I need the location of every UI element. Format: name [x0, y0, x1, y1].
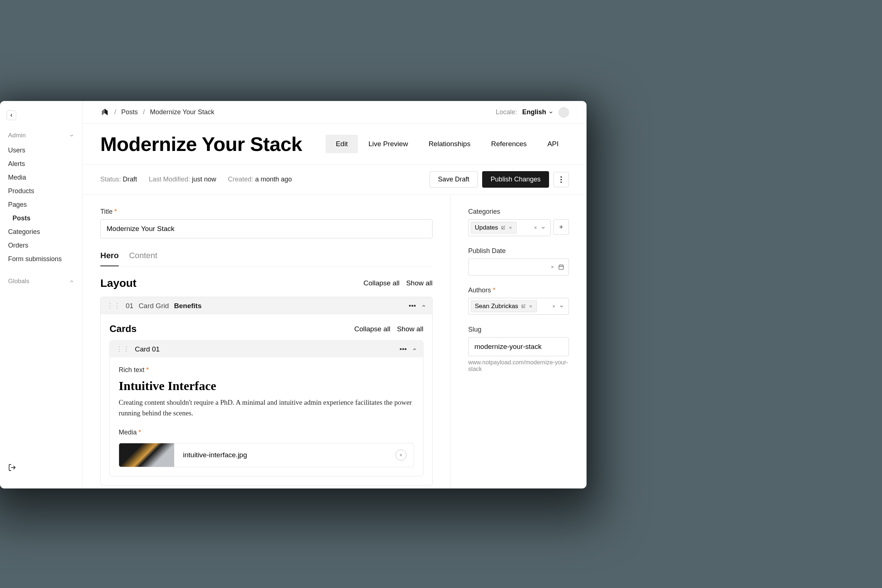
sidebar-item-alerts[interactable]: Alerts [0, 157, 82, 171]
sidebar-item-form-submissions[interactable]: Form submissions [0, 252, 82, 266]
slug-field: Slug www.notpayload.com/modernize-your-s… [468, 326, 569, 372]
content-side: Categories Updates [451, 195, 586, 489]
svg-rect-14 [559, 265, 563, 270]
calendar-icon[interactable] [558, 264, 564, 270]
drag-handle-icon[interactable]: ⋮⋮ [107, 302, 120, 310]
tab-live-preview[interactable]: Live Preview [358, 135, 418, 153]
clear-icon[interactable] [551, 304, 556, 309]
avatar[interactable] [559, 107, 569, 117]
card-more-button[interactable]: ••• [400, 345, 407, 353]
sidebar-section-label: Admin [8, 132, 26, 139]
add-category-button[interactable] [553, 219, 569, 235]
subtab-content[interactable]: Content [129, 251, 157, 266]
subtab-hero[interactable]: Hero [100, 251, 119, 266]
layout-block: ⋮⋮ 01 Card Grid Benefits ••• Cards [100, 297, 433, 486]
sidebar-collapse-button[interactable] [7, 111, 16, 120]
collapse-all-link[interactable]: Collapse all [364, 279, 400, 287]
publish-date-input[interactable] [468, 258, 569, 276]
authors-input[interactable]: Sean Zubrickas [468, 298, 569, 315]
locale-selector[interactable]: English [522, 108, 553, 116]
sidebar-item-posts[interactable]: Posts [0, 212, 82, 225]
sidebar-item-pages[interactable]: Pages [0, 198, 82, 212]
sidebar-item-media[interactable]: Media [0, 171, 82, 184]
main: / Posts / Modernize Your Stack Locale: E… [83, 101, 586, 489]
chevron-up-icon[interactable] [412, 347, 417, 352]
card-name: Card 01 [135, 345, 160, 353]
drag-handle-icon[interactable]: ⋮⋮ [116, 345, 130, 353]
meta-bar: Status: Draft Last Modified: just now Cr… [83, 164, 586, 195]
block-index: 01 [126, 302, 134, 310]
title-input[interactable] [100, 219, 433, 238]
close-icon[interactable] [508, 225, 513, 230]
sidebar-item-orders[interactable]: Orders [0, 239, 82, 252]
block-header[interactable]: ⋮⋮ 01 Card Grid Benefits ••• [101, 297, 432, 314]
richtext-editor[interactable]: Intuitive Interface Creating content sho… [119, 379, 414, 418]
clear-icon[interactable] [533, 225, 538, 230]
richtext-heading: Intuitive Interface [119, 379, 414, 393]
chevron-down-icon[interactable] [541, 225, 546, 230]
modified-value: just now [192, 176, 216, 183]
close-icon [399, 453, 403, 457]
title-field-label: Title * [100, 208, 433, 216]
svg-point-3 [560, 182, 562, 183]
save-draft-button[interactable]: Save Draft [430, 171, 478, 188]
slug-input[interactable] [468, 337, 569, 356]
chevron-up-icon[interactable] [421, 303, 426, 309]
chevron-down-icon[interactable] [559, 304, 564, 309]
media-remove-button[interactable] [395, 450, 406, 460]
close-icon[interactable] [529, 304, 533, 309]
card-header[interactable]: ⋮⋮ Card 01 ••• [110, 341, 423, 357]
title-row: Modernize Your Stack Edit Live Preview R… [83, 124, 586, 155]
authors-field: Authors * Sean Zubrickas [468, 286, 569, 315]
slug-url: www.notpayload.com/modernize-your-stack [468, 359, 569, 372]
breadcrumb-current: Modernize Your Stack [150, 108, 214, 116]
card-body: Rich text * Intuitive Interface Creating… [110, 357, 423, 476]
richtext-paragraph: Creating content shouldn't require a PhD… [119, 398, 414, 418]
clear-icon[interactable] [550, 265, 554, 269]
content-wrap: Title * Hero Content Layout Collapse all… [83, 195, 586, 489]
publish-date-label: Publish Date [468, 247, 569, 255]
tab-relationships[interactable]: Relationships [418, 135, 481, 153]
block-body: Cards Collapse all Show all ⋮⋮ Card 01 [101, 314, 432, 485]
tab-edit[interactable]: Edit [326, 135, 358, 153]
locale-value: English [522, 108, 546, 116]
sidebar-section-globals[interactable]: Globals [0, 266, 82, 290]
chip-label: Sean Zubrickas [475, 303, 518, 310]
cards-show-all[interactable]: Show all [397, 325, 423, 333]
category-chip[interactable]: Updates [471, 222, 517, 234]
sidebar-item-categories[interactable]: Categories [0, 225, 82, 239]
block-name: Benefits [174, 302, 202, 310]
media-label: Media * [119, 429, 414, 436]
tab-references[interactable]: References [481, 135, 537, 153]
breadcrumb-sep: / [143, 108, 145, 116]
edit-icon[interactable] [521, 304, 526, 309]
media-thumbnail[interactable] [119, 443, 174, 467]
block-more-button[interactable]: ••• [409, 302, 416, 310]
logout-icon [8, 464, 16, 472]
logout-button[interactable] [0, 464, 82, 479]
sidebar-item-products[interactable]: Products [0, 184, 82, 198]
authors-label: Authors * [468, 286, 569, 294]
sidebar-item-users[interactable]: Users [0, 144, 82, 157]
tab-api[interactable]: API [537, 135, 569, 153]
chevron-down-icon [69, 133, 74, 138]
content-subtabs: Hero Content [100, 251, 433, 267]
show-all-link[interactable]: Show all [406, 279, 433, 287]
more-actions-button[interactable] [553, 172, 569, 187]
chevron-up-icon [69, 279, 74, 284]
categories-field: Categories Updates [468, 208, 569, 236]
categories-input[interactable]: Updates [468, 219, 550, 236]
status-value: Draft [123, 176, 137, 183]
publish-button[interactable]: Publish Changes [482, 171, 549, 188]
author-chip[interactable]: Sean Zubrickas [471, 300, 537, 312]
edit-icon[interactable] [501, 225, 505, 230]
kebab-icon [560, 176, 562, 183]
sidebar-section-admin[interactable]: Admin [0, 120, 82, 144]
created-label: Created: [228, 176, 253, 183]
content-main: Title * Hero Content Layout Collapse all… [83, 195, 451, 489]
status-label: Status: [100, 176, 121, 183]
media-filename[interactable]: intuitive-interface.jpg [174, 451, 395, 459]
breadcrumb-posts[interactable]: Posts [121, 108, 138, 116]
cards-collapse-all[interactable]: Collapse all [354, 325, 390, 333]
sidebar-section-label: Globals [8, 278, 29, 285]
